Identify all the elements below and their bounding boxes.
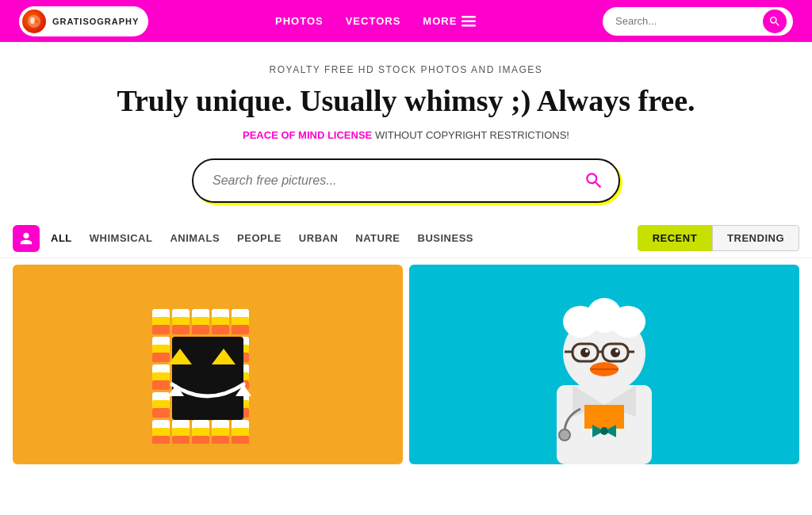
svg-point-70 [611,306,645,338]
filter-categories: ALL WHIMSICAL ANIMALS PEOPLE URBAN NATUR… [51,232,638,244]
svg-rect-11 [172,325,190,334]
duck-doctor-image [501,265,707,464]
svg-rect-4 [462,20,476,22]
filter-cat-nature[interactable]: NATURE [355,232,400,244]
svg-point-79 [615,349,619,353]
svg-rect-53 [232,436,249,444]
sort-recent-button[interactable]: RECENT [638,225,712,251]
svg-point-65 [600,427,608,435]
main-nav: PHOTOS VECTORS MORE [174,15,577,27]
svg-rect-62 [584,405,624,429]
svg-rect-26 [152,380,170,390]
logo-icon [22,10,46,33]
filter-cat-urban[interactable]: URBAN [299,232,338,244]
sort-trending-button[interactable]: TRENDING [712,225,799,251]
hero-subtitle: ROYALTY FREE HD STOCK PHOTOS AND IMAGES [16,64,796,75]
nav-more[interactable]: MORE [423,15,476,27]
header: GRATISOGRAPHY PHOTOS VECTORS MORE [0,0,812,42]
hero-title: Truly unique. Usually whimsy ;) Always f… [16,83,796,118]
search-icon [584,170,604,191]
filter-cat-people[interactable]: PEOPLE [237,232,282,244]
hero-search-input[interactable] [213,174,579,188]
hero-search-bar [192,158,620,203]
person-icon [19,231,33,246]
hero-license-text: WITHOUT COPYRIGHT RESTRICTIONS! [372,129,569,141]
filter-cat-whimsical[interactable]: WHIMSICAL [90,232,153,244]
logo-text: GRATISOGRAPHY [52,17,139,26]
svg-rect-29 [152,408,170,418]
sort-buttons: RECENT TRENDING [638,225,799,251]
nav-vectors[interactable]: VECTORS [346,15,401,27]
svg-rect-23 [152,353,170,362]
header-search-input[interactable] [615,15,763,27]
svg-rect-50 [212,436,229,444]
hero-search-button[interactable] [579,166,609,196]
svg-rect-44 [172,436,190,444]
svg-point-2 [35,19,39,23]
filter-cat-business[interactable]: BUSINESS [418,232,473,244]
candy-pumpkin-image [128,285,287,444]
filter-icon-button[interactable] [13,225,40,252]
gallery-item-candy-pumpkin[interactable] [13,265,403,464]
search-icon [768,15,781,28]
svg-rect-3 [462,16,476,18]
svg-rect-41 [152,436,170,444]
hero-license: PEACE OF MIND LICENSE WITHOUT COPYRIGHT … [16,129,796,141]
nav-more-label: MORE [423,15,457,27]
svg-rect-5 [462,25,476,27]
svg-rect-8 [152,325,170,334]
header-search-button[interactable] [763,10,787,33]
svg-point-1 [30,17,35,24]
svg-rect-20 [232,325,249,334]
svg-rect-47 [192,436,209,444]
filter-cat-animals[interactable]: ANIMALS [170,232,220,244]
svg-rect-54 [172,337,243,420]
svg-rect-14 [192,325,209,334]
svg-rect-17 [212,325,229,334]
gallery [0,258,812,464]
peace-of-mind-license-link[interactable]: PEACE OF MIND LICENSE [243,129,372,141]
nav-photos[interactable]: PHOTOS [275,15,324,27]
filter-bar: ALL WHIMSICAL ANIMALS PEOPLE URBAN NATUR… [0,219,812,258]
menu-icon [462,16,476,27]
filter-cat-all[interactable]: ALL [51,232,72,244]
svg-point-76 [580,348,590,357]
hero-section: ROYALTY FREE HD STOCK PHOTOS AND IMAGES … [0,42,812,219]
svg-point-82 [559,429,570,441]
svg-point-77 [611,348,620,357]
gallery-item-duck-doctor[interactable] [409,265,799,464]
svg-point-78 [585,349,588,353]
logo[interactable]: GRATISOGRAPHY [19,6,148,36]
header-search-bar [603,7,793,36]
